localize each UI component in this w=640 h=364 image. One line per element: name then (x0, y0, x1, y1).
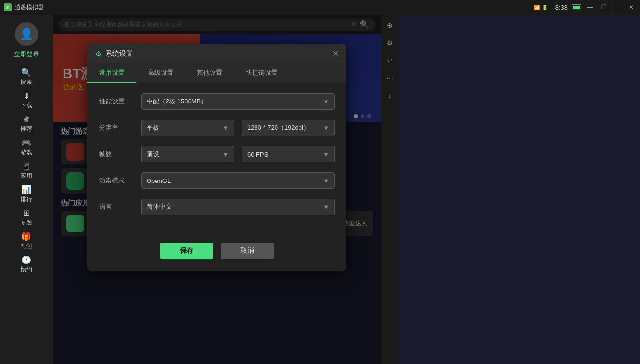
sidebar-label-recommend: 推荐 (21, 125, 32, 133)
apps-icon: 📱 (21, 162, 31, 171)
tab-common[interactable]: 常用设置 (87, 63, 136, 83)
restore-button[interactable]: ❐ (599, 2, 609, 12)
dialog-body: 性能设置 中配（2核 1536MB） ▼ 分辨率 平板 ▼ (87, 83, 346, 235)
fps-value-1: 预设 (147, 150, 159, 159)
recommend-icon: ♛ (23, 115, 30, 124)
sidebar-item-games[interactable]: 🎮 游戏 (4, 137, 48, 158)
setting-row-performance: 性能设置 中配（2核 1536MB） ▼ (99, 93, 335, 110)
avatar[interactable]: 👤 (15, 22, 38, 46)
language-value: 简体中文 (147, 202, 172, 211)
sidebar-label-rank: 排行 (21, 195, 32, 203)
clock: 8:38 (555, 4, 568, 11)
render-arrow: ▼ (323, 177, 329, 184)
right-sidebar: ⊕ ⚙ ↩ ⋯ ↕ (381, 15, 399, 364)
sidebar-item-rank[interactable]: 📊 排行 (4, 183, 48, 205)
settings-dialog: ⚙ 系统设置 ✕ 常用设置 高级设置 其他设置 (87, 44, 346, 271)
setting-row-fps: 帧数 预设 ▼ 60 FPS ▼ (99, 146, 335, 162)
sidebar: 👤 立即登录 🔍 搜索 ⬇ 下载 ♛ 推荐 🎮 游戏 📱 应用 📊 排行 ⊞ 专… (0, 15, 53, 364)
sidebar-label-appoint: 预约 (21, 265, 32, 274)
sidebar-item-search[interactable]: 🔍 搜索 (4, 66, 48, 88)
sidebar-label-gift: 礼包 (21, 242, 32, 250)
rank-icon: 📊 (21, 185, 31, 194)
setting-row-language: 语言 简体中文 ▼ (99, 199, 335, 215)
sidebar-item-recommend[interactable]: ♛ 推荐 (4, 113, 48, 135)
main-content: ✕ 🔍 BT游戏专 登录送高V 上线送8888钻 首 发 游 戏 (53, 15, 381, 364)
fps-select-2[interactable]: 60 FPS ▼ (242, 146, 335, 162)
title-bar-left: 逍 逍遥模拟器 (4, 3, 44, 12)
resolution-select-1[interactable]: 平板 ▼ (141, 120, 234, 136)
fps-value-2: 60 FPS (247, 151, 268, 158)
language-label: 语言 (99, 202, 133, 211)
sidebar-item-apps[interactable]: 📱 应用 (4, 160, 48, 182)
rs-icon-2[interactable]: ⚙ (383, 36, 397, 50)
setting-row-render: 渲染模式 OpenGL ▼ (99, 172, 335, 189)
login-link[interactable]: 立即登录 (14, 50, 39, 59)
performance-arrow: ▼ (323, 98, 329, 105)
tab-advanced[interactable]: 高级设置 (136, 63, 185, 83)
battery-bar (572, 4, 581, 10)
main-layout: 👤 立即登录 🔍 搜索 ⬇ 下载 ♛ 推荐 🎮 游戏 📱 应用 📊 排行 ⊞ 专… (0, 15, 640, 364)
minimize-button[interactable]: — (585, 2, 595, 12)
rs-icon-1[interactable]: ⊕ (383, 19, 397, 32)
fps-select-1[interactable]: 预设 ▼ (141, 146, 234, 162)
appoint-icon: 🕐 (21, 255, 31, 264)
render-select[interactable]: OpenGL ▼ (141, 172, 335, 189)
sidebar-label-search: 搜索 (21, 78, 32, 86)
resolution-arrow-2: ▼ (323, 124, 329, 132)
settings-icon: ⚙ (95, 50, 102, 58)
sidebar-label-special: 专题 (21, 219, 32, 227)
sidebar-item-appoint[interactable]: 🕐 预约 (4, 254, 48, 275)
render-value: OpenGL (147, 177, 171, 184)
rs-icon-4[interactable]: ⋯ (383, 71, 397, 85)
app-title: 逍遥模拟器 (15, 3, 44, 12)
wifi-icon: 📶 (534, 5, 540, 10)
sidebar-label-games: 游戏 (21, 148, 32, 157)
sidebar-item-gift[interactable]: 🎁 礼包 (4, 230, 48, 252)
fps-label: 帧数 (99, 150, 133, 159)
inner-layout: ✕ 🔍 BT游戏专 登录送高V 上线送8888钻 首 发 游 戏 (53, 15, 399, 364)
resolution-select-2[interactable]: 1280 * 720（192dpi） ▼ (242, 120, 335, 136)
save-button[interactable]: 保存 (160, 243, 213, 259)
dialog-close-button[interactable]: ✕ (332, 49, 339, 58)
render-label: 渲染模式 (99, 176, 133, 185)
special-icon: ⊞ (23, 208, 30, 218)
cancel-button[interactable]: 取消 (221, 243, 274, 259)
sidebar-item-special[interactable]: ⊞ 专题 (4, 207, 48, 228)
performance-select[interactable]: 中配（2核 1536MB） ▼ (141, 93, 335, 110)
rs-icon-5[interactable]: ↕ (383, 89, 397, 102)
title-status-icons: 📶 🔋 (534, 5, 548, 10)
rs-icon-3[interactable]: ↩ (383, 54, 397, 67)
app-logo: 逍 (4, 3, 12, 11)
download-icon: ⬇ (23, 91, 30, 101)
resolution-label: 分辨率 (99, 123, 133, 132)
overlay: ⚙ 系统设置 ✕ 常用设置 高级设置 其他设置 (53, 15, 381, 364)
close-button[interactable]: ✕ (626, 2, 636, 12)
title-bar: 逍 逍遥模拟器 📶 🔋 8:38 — ❐ □ ✕ (0, 0, 640, 15)
setting-row-resolution: 分辨率 平板 ▼ 1280 * 720（192dpi） ▼ (99, 120, 335, 136)
dialog-header: ⚙ 系统设置 ✕ (87, 44, 346, 63)
dialog-footer: 保存 取消 (87, 235, 346, 271)
battery-icon: 🔋 (542, 5, 548, 10)
games-icon: 🎮 (21, 138, 31, 147)
gift-icon: 🎁 (21, 232, 31, 241)
language-arrow: ▼ (323, 203, 329, 211)
search-icon: 🔍 (21, 68, 31, 77)
tab-shortcut[interactable]: 快捷键设置 (234, 63, 289, 83)
performance-label: 性能设置 (99, 97, 133, 106)
dialog-title: 系统设置 (106, 49, 328, 58)
dialog-tabs: 常用设置 高级设置 其他设置 快捷键设置 (87, 63, 346, 83)
fps-arrow-2: ▼ (323, 151, 329, 158)
resolution-value-1: 平板 (147, 123, 159, 132)
sidebar-label-download: 下载 (21, 101, 32, 110)
resolution-value-2: 1280 * 720（192dpi） (247, 123, 310, 132)
resolution-arrow-1: ▼ (222, 124, 229, 132)
sidebar-item-download[interactable]: ⬇ 下载 (4, 90, 48, 111)
language-select[interactable]: 简体中文 ▼ (141, 199, 335, 215)
maximize-button[interactable]: □ (613, 2, 622, 12)
tab-other[interactable]: 其他设置 (185, 63, 234, 83)
performance-value: 中配（2核 1536MB） (147, 97, 207, 106)
sidebar-label-apps: 应用 (21, 172, 32, 180)
fps-arrow-1: ▼ (222, 151, 229, 158)
